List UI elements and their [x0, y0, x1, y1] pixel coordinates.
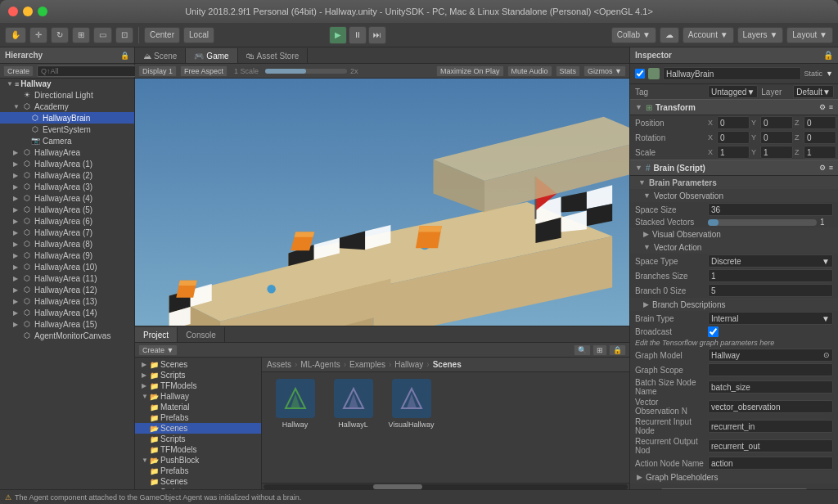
layout-button[interactable]: Layout ▼	[786, 27, 833, 43]
broadcast-checkbox[interactable]	[708, 326, 719, 337]
stacked-slider[interactable]	[708, 219, 817, 226]
hierarchy-search[interactable]	[37, 65, 137, 77]
mute-btn[interactable]: Mute Audio	[507, 65, 552, 77]
brain-component[interactable]: ▼ # Brain (Script) ⚙ ≡	[630, 160, 838, 176]
play-button[interactable]: ▶	[329, 26, 347, 44]
hierarchy-hallwayarea-11[interactable]: ▶ ⬡ HallwayArea (11)	[0, 272, 134, 284]
hierarchy-hallwayarea-9[interactable]: ▶ ⬡ HallwayArea (9)	[0, 250, 134, 261]
hierarchy-lock[interactable]: 🔒	[120, 52, 129, 60]
branches-value[interactable]: 1	[708, 269, 833, 282]
vector-obs-header[interactable]: ▼ Vector Observation	[630, 189, 838, 202]
hierarchy-eventsystem[interactable]: ⬡ EventSystem	[0, 124, 134, 135]
hierarchy-hallwayarea-4[interactable]: ▶ ⬡ HallwayArea (4)	[0, 192, 134, 204]
minimize-button[interactable]	[23, 7, 33, 16]
hierarchy-hallwayarea-12[interactable]: ▶ ⬡ HallwayArea (12)	[0, 284, 134, 295]
scene-tab[interactable]: ⛰ Scene	[135, 48, 186, 63]
aspect-button[interactable]: Free Aspect	[180, 65, 228, 77]
sc-x-value[interactable]: 1	[717, 146, 750, 159]
hierarchy-hallwayarea-14[interactable]: ▶ ⬡ HallwayArea (14)	[0, 307, 134, 318]
path-examples[interactable]: Examples	[349, 360, 385, 369]
sc-y-value[interactable]: 1	[760, 146, 793, 159]
sc-z-value[interactable]: 1	[804, 146, 836, 159]
recurrent-out-value[interactable]: recurrent_out	[708, 439, 833, 452]
batch-size-value[interactable]: batch_size	[708, 380, 833, 394]
graph-placeholders-header[interactable]: ▶ Graph Placeholders	[630, 470, 838, 484]
hierarchy-hallwayarea-10[interactable]: ▶ ⬡ HallwayArea (10)	[0, 261, 134, 272]
transform-menu[interactable]: ≡	[829, 103, 833, 111]
path-hallway[interactable]: Hallway	[394, 360, 423, 369]
transform-settings[interactable]: ⚙	[819, 103, 826, 111]
console-tab[interactable]: Console	[178, 327, 225, 342]
pause-button[interactable]: ⏸	[349, 26, 367, 44]
proj-pushblock[interactable]: ▼ 📂 PushBlock	[135, 455, 261, 466]
viewport[interactable]	[135, 79, 629, 326]
scale-slider[interactable]	[265, 69, 347, 74]
vec-obs-node-value[interactable]: vector_observation	[708, 400, 833, 413]
brain-settings[interactable]: ⚙	[819, 164, 826, 172]
rot-y-value[interactable]: 0	[760, 131, 793, 144]
layer-dropdown[interactable]: Default ▼	[793, 85, 834, 98]
proj-pb-scenes[interactable]: 📁 Scenes	[135, 476, 261, 487]
action-node-value[interactable]: action	[708, 457, 833, 470]
proj-material[interactable]: 📁 Material	[135, 402, 261, 412]
object-active-toggle[interactable]	[635, 69, 645, 79]
transform-component[interactable]: ▼ ⊞ Transform ⚙ ≡	[630, 99, 838, 115]
hierarchy-hallwayarea-5[interactable]: ▶ ⬡ HallwayArea (5)	[0, 204, 134, 215]
visual-obs-header[interactable]: ▶ Visual Observation	[630, 227, 838, 241]
space-size-value[interactable]: 36	[708, 203, 833, 216]
file-visualhallway[interactable]: VisualHallway	[385, 379, 438, 429]
hierarchy-camera[interactable]: 📷 Camera	[0, 135, 134, 146]
project-tab[interactable]: Project	[135, 327, 178, 342]
hierarchy-hallwayarea-0[interactable]: ▶ ⬡ HallwayArea	[0, 146, 134, 158]
proj-scenes[interactable]: ▶ 📁 Scenes	[135, 359, 261, 370]
cloud-button[interactable]: ☁	[660, 27, 679, 43]
hierarchy-hallwayarea-3[interactable]: ▶ ⬡ HallwayArea (3)	[0, 181, 134, 192]
hierarchy-hallwayarea-13[interactable]: ▶ ⬡ HallwayArea (13)	[0, 295, 134, 307]
hierarchy-hallwayarea-8[interactable]: ▶ ⬡ HallwayArea (8)	[0, 238, 134, 250]
hierarchy-directional-light[interactable]: ☀ Directional Light	[0, 89, 134, 101]
display-button[interactable]: Display 1	[138, 65, 177, 77]
file-hallwayl[interactable]: HallwayL	[327, 379, 380, 429]
graph-scope-value[interactable]	[708, 363, 833, 376]
pos-z-value[interactable]: 0	[804, 116, 836, 129]
project-create[interactable]: Create ▼	[138, 344, 178, 356]
proj-hallway-folder[interactable]: ▼ 📂 Hallway	[135, 391, 261, 402]
proj-sort[interactable]: ⊞	[592, 344, 607, 356]
proj-search[interactable]: 🔍	[574, 344, 591, 356]
rot-x-value[interactable]: 0	[717, 131, 750, 144]
window-controls[interactable]	[8, 7, 47, 16]
scene-hallway[interactable]: ▼ ≡ Hallway	[0, 79, 134, 89]
transform-tool[interactable]: ⊡	[115, 27, 133, 43]
account-button[interactable]: Account ▼	[683, 27, 734, 43]
proj-pb-prefabs[interactable]: 📁 Prefabs	[135, 466, 261, 476]
tag-dropdown[interactable]: Untagged ▼	[708, 85, 758, 98]
hierarchy-hallwayarea-7[interactable]: ▶ ⬡ HallwayArea (7)	[0, 227, 134, 238]
branch-desc-header[interactable]: ▶ Branch Descriptions	[630, 298, 838, 311]
hierarchy-hallwayarea-1[interactable]: ▶ ⬡ HallwayArea (1)	[0, 158, 134, 169]
step-button[interactable]: ⏭	[368, 26, 386, 44]
hierarchy-hallwayarea-15[interactable]: ▶ ⬡ HallwayArea (15)	[0, 318, 134, 330]
vector-action-header[interactable]: ▼ Vector Action	[630, 241, 838, 254]
recurrent-in-value[interactable]: recurrent_in	[708, 420, 833, 433]
rect-tool[interactable]: ▭	[93, 27, 112, 43]
gizmos-btn[interactable]: Gizmos ▼	[583, 65, 626, 77]
pos-x-value[interactable]: 0	[717, 116, 750, 129]
object-name-field[interactable]: HallwayBrain	[663, 67, 801, 80]
maximize-button[interactable]	[38, 7, 47, 16]
branch0-value[interactable]: 5	[708, 284, 833, 297]
static-dropdown[interactable]: ▼	[826, 70, 833, 78]
graph-model-value[interactable]: Hallway ⊙	[708, 349, 833, 362]
brain-type-dropdown[interactable]: Internal ▼	[708, 312, 833, 325]
hierarchy-create[interactable]: Create	[3, 65, 34, 77]
proj-prefabs[interactable]: 📁 Prefabs	[135, 412, 261, 423]
hierarchy-hallwayarea-2[interactable]: ▶ ⬡ HallwayArea (2)	[0, 169, 134, 181]
proj-tfmodels[interactable]: ▶ 📁 TFModels	[135, 380, 261, 391]
center-button[interactable]: Center	[144, 27, 180, 43]
game-tab[interactable]: 🎮 Game	[186, 48, 237, 63]
brain-params-header[interactable]: ▼ Brain Parameters	[630, 176, 838, 189]
hierarchy-hallwaybrain[interactable]: ⬡ HallwayBrain	[0, 112, 134, 124]
asset-store-tab[interactable]: 🛍 Asset Store	[238, 48, 309, 63]
proj-tfmodels-sub[interactable]: 📁 TFModels	[135, 444, 261, 455]
space-type-dropdown[interactable]: Discrete ▼	[708, 254, 833, 268]
hand-tool[interactable]: ✋	[5, 27, 26, 43]
